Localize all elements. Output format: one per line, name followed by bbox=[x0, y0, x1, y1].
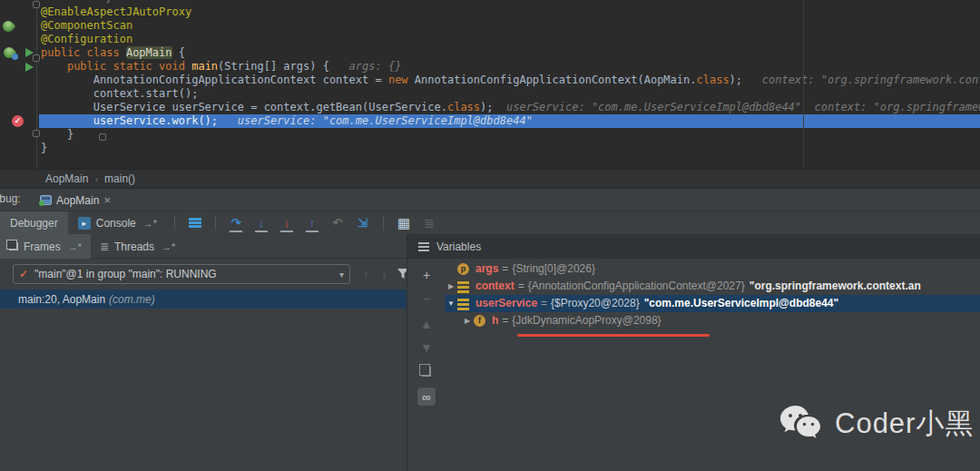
step-into-icon[interactable]: ↓ bbox=[251, 214, 271, 232]
fold-guide-line bbox=[36, 0, 37, 169]
evaluate-expression-icon[interactable]: ▦ bbox=[394, 214, 414, 232]
variable-row[interactable]: ▼userService={$Proxy20@2028}"com.me.User… bbox=[445, 295, 980, 312]
stack-frame-row[interactable]: main:20, AopMain (com.me) bbox=[0, 289, 407, 309]
code-line: @Configuration bbox=[41, 33, 980, 46]
code-line: @ComponentScan bbox=[41, 19, 980, 33]
step-out-icon[interactable]: ↑ bbox=[302, 214, 322, 232]
variable-icon bbox=[457, 299, 469, 310]
thread-selector[interactable]: ✓ "main"@1 in group "main": RUNNING ▾ bbox=[13, 264, 350, 284]
close-icon[interactable]: × bbox=[103, 194, 111, 206]
watches-toolbar: + − ▲ ▼ ∞ bbox=[407, 259, 444, 471]
tab-threads[interactable]: ≣ Threads →* bbox=[91, 234, 184, 259]
tab-console[interactable]: ▸ Console →* bbox=[68, 211, 167, 235]
fold-marker[interactable] bbox=[33, 130, 40, 137]
equals-sign: = bbox=[502, 260, 508, 278]
remove-watch-icon[interactable]: − bbox=[417, 289, 436, 308]
variables-title: Variables bbox=[436, 240, 481, 253]
debug-session-tab[interactable]: AopMain × bbox=[33, 189, 118, 211]
step-over-icon[interactable]: ↷ bbox=[226, 214, 246, 232]
layout-settings-icon[interactable]: ≣ bbox=[419, 214, 439, 232]
run-main-icon[interactable] bbox=[25, 63, 34, 72]
threads-icon: ≣ bbox=[100, 240, 109, 253]
breakpoint-icon[interactable]: ✓ bbox=[12, 115, 24, 127]
spring-bean-icon[interactable] bbox=[1, 19, 16, 34]
debug-toolbar: Debugger ▸ Console →* ↷ ↓ ↓ ↑ ↶ ⇲ ▦ ≣ bbox=[0, 211, 980, 234]
variable-value: {String[0]@2026} bbox=[512, 260, 595, 278]
watermark: Coder小黑 bbox=[779, 403, 974, 445]
code-editor: ✓ */@EnableAspectJAutoProxy@ComponentSca… bbox=[0, 0, 980, 169]
fold-marker[interactable] bbox=[33, 1, 40, 8]
tab-frames-label: Frames bbox=[24, 240, 61, 253]
breadcrumb-item-method[interactable]: main() bbox=[104, 172, 135, 185]
run-to-cursor-icon[interactable]: ⇲ bbox=[353, 214, 373, 232]
variable-name: h bbox=[492, 312, 498, 329]
variable-name: userService bbox=[475, 295, 537, 312]
debug-session-tab-label: AopMain bbox=[56, 194, 99, 207]
variables-menu-icon[interactable] bbox=[418, 242, 429, 251]
debug-toolwindow-label: Debug: bbox=[0, 192, 21, 205]
watermark-text: Coder小黑 bbox=[835, 405, 974, 443]
tab-threads-label: Threads bbox=[114, 240, 154, 253]
expand-toggle-icon[interactable]: ▶ bbox=[461, 312, 474, 329]
variable-icon bbox=[457, 281, 469, 293]
drop-frame-icon[interactable]: ↶ bbox=[328, 214, 348, 232]
breadcrumb-item-class[interactable]: AopMain bbox=[45, 172, 88, 185]
move-down-icon[interactable]: ▼ bbox=[417, 339, 436, 357]
force-step-into-icon[interactable]: ↓ bbox=[277, 214, 297, 232]
toolbar-separator bbox=[174, 216, 175, 231]
variable-value: {AnnotationConfigApplicationContext@2027… bbox=[528, 278, 745, 295]
equals-sign: = bbox=[541, 295, 547, 312]
execution-line: userService.work(); userService: "com.me… bbox=[39, 114, 980, 128]
expand-toggle-icon[interactable]: ▼ bbox=[445, 295, 457, 312]
variables-header: Variables bbox=[407, 234, 980, 259]
variable-row[interactable]: pargs={String[0]@2026} bbox=[445, 260, 980, 278]
expand-toggle-icon[interactable]: ▶ bbox=[445, 278, 457, 295]
pin-icon[interactable]: →* bbox=[143, 218, 157, 229]
tab-console-label: Console bbox=[96, 217, 136, 230]
frames-icon bbox=[9, 242, 18, 250]
variable-value: {JdkDynamicAopProxy@2098} bbox=[512, 312, 661, 329]
chevron-down-icon[interactable]: ▾ bbox=[339, 270, 344, 280]
pin-icon[interactable]: →* bbox=[162, 241, 175, 252]
tab-debugger[interactable]: Debugger bbox=[0, 211, 68, 235]
variable-row[interactable]: ▶fh={JdkDynamicAopProxy@2098} bbox=[445, 312, 980, 329]
code-line: @EnableAspectJAutoProxy bbox=[41, 5, 980, 19]
right-margin-guide bbox=[803, 0, 804, 169]
add-watch-icon[interactable]: + bbox=[417, 266, 436, 284]
breadcrumb: AopMain › main() bbox=[0, 169, 980, 188]
debug-toolwindow-header: Debug: AopMain × bbox=[0, 188, 980, 211]
variable-string-value: "org.springframework.context.an bbox=[750, 278, 921, 295]
toolbar-separator bbox=[383, 216, 384, 231]
breadcrumb-chevron-icon: › bbox=[94, 173, 98, 184]
code-line: AnnotationConfigApplicationContext conte… bbox=[41, 74, 980, 87]
code-line: UserService userService = context.getBea… bbox=[41, 101, 980, 114]
frames-tabbar: Frames →* ≣ Threads →* bbox=[0, 234, 407, 259]
console-icon: ▸ bbox=[78, 217, 91, 230]
spring-config-icon bbox=[12, 54, 18, 60]
stack-frame-package: (com.me) bbox=[109, 293, 155, 306]
previous-frame-icon[interactable]: ↑ bbox=[363, 267, 369, 280]
wechat-icon bbox=[779, 403, 826, 445]
code-line: public static void main(String[] args) {… bbox=[41, 60, 980, 74]
thread-selector-value: "main"@1 in group "main": RUNNING bbox=[34, 268, 339, 280]
pin-icon[interactable]: →* bbox=[68, 241, 82, 252]
next-frame-icon[interactable]: ↓ bbox=[381, 267, 387, 280]
variable-value: {$Proxy20@2028} bbox=[551, 295, 640, 312]
code-line: context.start(); bbox=[41, 87, 980, 101]
thread-status-check-icon: ✓ bbox=[19, 268, 28, 280]
duplicate-icon[interactable] bbox=[417, 362, 436, 380]
tab-debugger-label: Debugger bbox=[10, 217, 58, 230]
variable-name: args bbox=[475, 260, 498, 278]
code-lines: */@EnableAspectJAutoProxy@ComponentScan@… bbox=[41, 0, 980, 155]
menu-icon[interactable] bbox=[185, 214, 205, 232]
show-watches-icon[interactable]: ∞ bbox=[417, 388, 436, 406]
debug-app-icon bbox=[40, 195, 52, 205]
code-line: public class AopMain { bbox=[41, 46, 980, 60]
move-up-icon[interactable]: ▲ bbox=[417, 315, 436, 333]
variable-row[interactable]: ▶context={AnnotationConfigApplicationCon… bbox=[445, 278, 980, 295]
variable-string-value: "com.me.UserServiceImpl@dbd8e44" bbox=[644, 295, 839, 312]
variable-name: context bbox=[475, 278, 514, 295]
fold-marker[interactable] bbox=[33, 54, 40, 62]
parameter-icon: p bbox=[457, 263, 469, 275]
tab-frames[interactable]: Frames →* bbox=[0, 234, 91, 259]
